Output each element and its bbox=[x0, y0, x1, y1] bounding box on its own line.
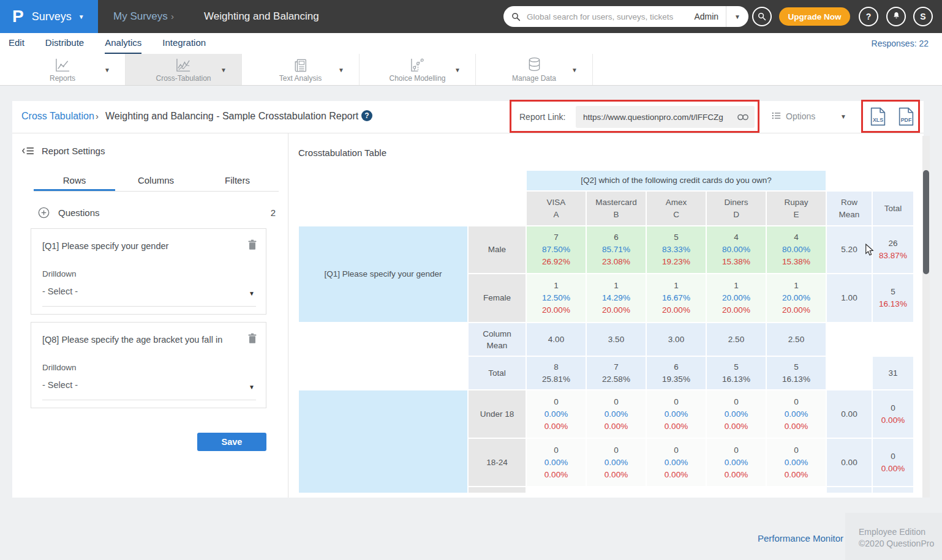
line-chart-icon bbox=[55, 56, 71, 73]
add-question-icon[interactable] bbox=[38, 207, 50, 218]
column-header-mastercard: MastercardB bbox=[587, 192, 646, 225]
report-settings-title: Report Settings bbox=[42, 146, 105, 156]
chevron-down-icon[interactable]: ▼ bbox=[726, 6, 748, 27]
table-cell bbox=[299, 357, 467, 389]
search-submit-button[interactable] bbox=[752, 7, 772, 26]
table-cell bbox=[299, 192, 467, 225]
performance-monitor-link[interactable]: Performance Monitor bbox=[758, 533, 843, 543]
drilldown-label: Drilldown bbox=[42, 363, 77, 372]
trash-icon[interactable] bbox=[247, 239, 257, 253]
table-cell bbox=[873, 171, 913, 190]
export-pdf-button[interactable]: PDF bbox=[898, 107, 914, 129]
account-avatar[interactable]: S bbox=[913, 7, 933, 26]
chevron-down-icon[interactable]: ▼ bbox=[220, 66, 227, 73]
search-scope-selector[interactable]: Admin bbox=[687, 6, 726, 27]
data-cell: 3.50 bbox=[587, 323, 646, 356]
data-cell: 120.00%20.00% bbox=[707, 274, 766, 322]
chevron-down-icon: ▼ bbox=[78, 13, 85, 20]
question-card: [Q8] Please specify the age bracket you … bbox=[31, 322, 266, 408]
data-cell: 00.00%0.00% bbox=[767, 390, 826, 438]
data-cell: 787.50%26.92% bbox=[527, 226, 586, 273]
data-cell bbox=[647, 487, 706, 493]
table-cell bbox=[827, 171, 872, 190]
data-cell: 516.13% bbox=[707, 357, 766, 389]
data-cell: 3.00 bbox=[647, 323, 706, 356]
table-cell bbox=[469, 171, 526, 190]
scrollbar-thumb[interactable] bbox=[923, 170, 929, 274]
row-group-label: [Q1] Please specify your gender bbox=[299, 226, 467, 322]
drilldown-select[interactable]: - Select -▼ bbox=[42, 380, 256, 400]
data-cell: 583.33%19.23% bbox=[647, 226, 706, 273]
nav-item-distribute[interactable]: Distribute bbox=[45, 33, 84, 54]
chevron-down-icon[interactable]: ▼ bbox=[840, 113, 846, 120]
table-cell bbox=[827, 323, 872, 356]
data-cell: 00.00%0.00% bbox=[707, 390, 766, 438]
toolbar-item-cross-tabulation[interactable]: Cross-Tabulation▼ bbox=[126, 54, 242, 85]
global-search: Admin ▼ bbox=[503, 6, 748, 27]
toolbar-item-label: Choice Modelling bbox=[389, 74, 445, 83]
link-icon[interactable] bbox=[737, 114, 755, 121]
row-header-male: Male bbox=[469, 226, 526, 273]
toolbar-item-text-analysis[interactable]: Text Analysis▼ bbox=[242, 54, 360, 85]
report-link-field[interactable]: https://www.questionpro.com/t/lFFCZg bbox=[576, 106, 755, 128]
tab-rows[interactable]: Rows bbox=[34, 171, 115, 191]
chevron-down-icon[interactable]: ▼ bbox=[338, 66, 344, 73]
drilldown-select[interactable]: - Select -▼ bbox=[42, 286, 256, 307]
toolbar-item-label: Cross-Tabulation bbox=[156, 74, 211, 83]
toolbar-item-label: Manage Data bbox=[512, 74, 556, 83]
question-text: [Q8] Please specify the age bracket you … bbox=[42, 335, 239, 345]
report-help-icon[interactable]: ? bbox=[361, 110, 372, 121]
nav-item-analytics[interactable]: Analytics bbox=[105, 33, 141, 54]
column-header-visa: VISAA bbox=[527, 192, 586, 225]
upgrade-now-button[interactable]: Upgrade Now bbox=[779, 7, 850, 26]
row-header-under-18: Under 18 bbox=[469, 390, 526, 438]
cross-tabulation-link[interactable]: Cross Tabulation bbox=[21, 111, 94, 122]
chevron-down-icon[interactable]: ▼ bbox=[571, 66, 578, 73]
search-icon bbox=[511, 12, 521, 21]
help-button[interactable]: ? bbox=[859, 7, 878, 26]
data-cell bbox=[707, 487, 766, 493]
toolbar-item-choice-modelling[interactable]: Choice Modelling▼ bbox=[360, 54, 476, 85]
chevron-down-icon[interactable]: ▼ bbox=[454, 66, 461, 73]
toolbar-item-reports[interactable]: Reports▼ bbox=[0, 54, 126, 85]
breadcrumb-my-surveys[interactable]: My Surveys bbox=[113, 0, 168, 33]
responses-count[interactable]: Responses: 22 bbox=[872, 33, 929, 54]
table-cell bbox=[299, 171, 467, 190]
data-cell: 00.00%0.00% bbox=[647, 439, 706, 486]
chevron-down-icon[interactable]: ▼ bbox=[104, 66, 110, 73]
nav-item-edit[interactable]: Edit bbox=[9, 33, 24, 54]
notifications-button[interactable] bbox=[886, 7, 906, 26]
questionpro-logo: P bbox=[12, 0, 24, 33]
row-header-total: Total bbox=[469, 357, 526, 389]
table-cell bbox=[299, 323, 467, 356]
column-header-amex: AmexC bbox=[647, 192, 706, 225]
top-bar: P Surveys ▼ My Surveys › Weighting and B… bbox=[0, 0, 942, 33]
toolbar-item-manage-data[interactable]: Manage Data▼ bbox=[476, 54, 593, 85]
panel-divider bbox=[288, 133, 288, 498]
row-group-label bbox=[299, 390, 467, 493]
save-button[interactable]: Save bbox=[197, 433, 266, 451]
tab-filters[interactable]: Filters bbox=[197, 171, 278, 191]
list-icon bbox=[772, 111, 781, 121]
chevron-down-icon: ▼ bbox=[249, 290, 255, 297]
data-cell: 619.35% bbox=[647, 357, 706, 389]
svg-text:PDF: PDF bbox=[901, 117, 912, 123]
report-header: Cross Tabulation › Weighting and Balanci… bbox=[12, 101, 924, 133]
question-cards: [Q1] Please specify your genderDrilldown… bbox=[31, 228, 266, 416]
search-input[interactable] bbox=[526, 12, 687, 22]
report-link-url[interactable]: https://www.questionpro.com/t/lFFCZg bbox=[576, 113, 737, 122]
data-cell bbox=[767, 487, 826, 493]
trash-icon[interactable] bbox=[247, 333, 257, 346]
collapse-panel-icon[interactable] bbox=[21, 146, 34, 155]
report-settings-header: Report Settings bbox=[21, 146, 105, 156]
tab-columns[interactable]: Columns bbox=[115, 171, 197, 191]
options-button[interactable]: Options bbox=[772, 111, 815, 121]
column-header-diners: DinersD bbox=[707, 192, 766, 225]
export-xls-button[interactable]: XLS bbox=[870, 107, 886, 129]
breadcrumb-chevron-icon: › bbox=[96, 111, 99, 121]
svg-text:XLS: XLS bbox=[873, 117, 883, 123]
nav-item-integration[interactable]: Integration bbox=[162, 33, 206, 54]
drilldown-select-value: - Select - bbox=[42, 286, 78, 296]
table-cell bbox=[873, 323, 913, 356]
surveys-product-switcher[interactable]: P Surveys ▼ bbox=[0, 0, 98, 33]
